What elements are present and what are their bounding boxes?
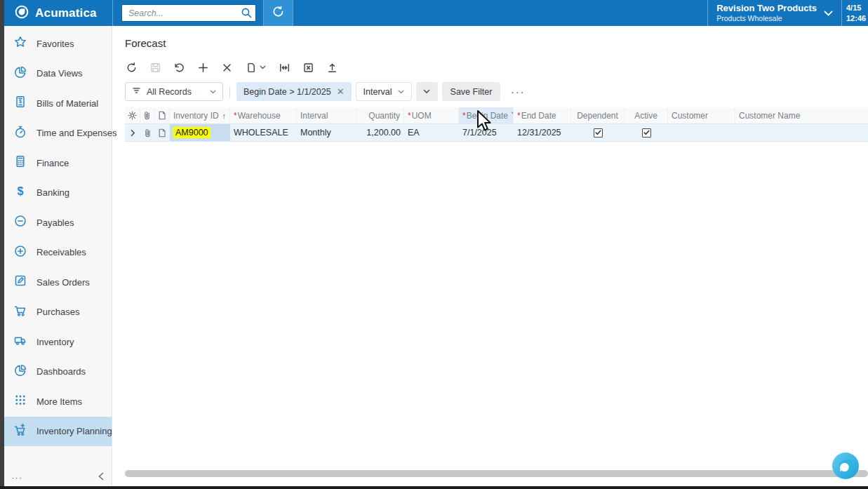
collapse-sidebar-icon[interactable] bbox=[98, 471, 105, 483]
column-header-end-date[interactable]: End Date bbox=[514, 107, 571, 123]
cell-interval[interactable]: Monthly bbox=[297, 124, 356, 141]
chat-bubble-icon[interactable] bbox=[832, 453, 859, 479]
cart-plus-icon bbox=[13, 423, 27, 440]
add-filter-dropdown-button[interactable] bbox=[416, 82, 438, 101]
horizontal-scrollbar[interactable] bbox=[125, 470, 868, 477]
filter-chip-interval[interactable]: Interval bbox=[356, 82, 412, 101]
sidebar-item-time-and-expenses[interactable]: Time and Expenses bbox=[4, 119, 112, 149]
import-from-excel-button[interactable] bbox=[324, 60, 340, 75]
export-to-excel-button[interactable] bbox=[300, 60, 316, 75]
column-header-warehouse[interactable]: Warehouse bbox=[230, 107, 297, 123]
sidebar-item-label: Banking bbox=[36, 187, 69, 198]
sidebar-item-banking[interactable]: $ Banking bbox=[4, 178, 112, 208]
pie-chart-icon bbox=[13, 65, 27, 82]
tenant-selector[interactable]: Revision Two Products Products Wholesale bbox=[708, 0, 841, 26]
copy-paste-button[interactable] bbox=[243, 60, 268, 75]
column-header-customer[interactable]: Customer bbox=[668, 107, 735, 123]
sidebar-item-inventory[interactable]: Inventory bbox=[4, 327, 112, 357]
sidebar-item-label: Finance bbox=[36, 158, 69, 168]
column-header-active[interactable]: Active bbox=[625, 107, 668, 123]
sidebar-item-bills-of-material[interactable]: $ Bills of Material bbox=[4, 88, 112, 119]
column-header-begin-date[interactable]: Begin Date bbox=[459, 107, 514, 123]
cell-uom[interactable]: EA bbox=[404, 124, 459, 141]
column-header-interval[interactable]: Interval bbox=[297, 107, 356, 123]
table-row[interactable]: AM9000 WHOLESALE Monthly 1,200.00 EA 7/1… bbox=[125, 124, 868, 142]
sort-asc-icon: ↑ bbox=[222, 112, 227, 120]
sidebar-item-inventory-planning[interactable]: Inventory Planning bbox=[4, 417, 112, 447]
column-header-uom[interactable]: UOM bbox=[404, 107, 459, 123]
sidebar-item-label: Dashboards bbox=[36, 366, 86, 377]
window-frame-bottom bbox=[0, 486, 868, 489]
column-header-inventory-id[interactable]: Inventory ID↑ bbox=[170, 107, 230, 123]
star-icon bbox=[13, 35, 27, 52]
sidebar: Favorites Data Views $ Bills of Material… bbox=[4, 26, 112, 486]
add-row-button[interactable] bbox=[195, 60, 211, 75]
forecast-grid: Inventory ID↑ Warehouse Interval Quantit… bbox=[125, 107, 868, 142]
view-selector-dropdown[interactable]: All Records bbox=[125, 82, 223, 101]
cell-begin-date[interactable]: 7/1/2025 bbox=[459, 124, 514, 141]
sidebar-item-dashboards[interactable]: Dashboards bbox=[4, 357, 112, 387]
expand-row-icon[interactable] bbox=[125, 124, 140, 141]
sidebar-item-label: Time and Expenses bbox=[36, 128, 116, 138]
stopwatch-icon bbox=[13, 125, 27, 142]
sidebar-item-label: Payables bbox=[36, 217, 74, 228]
grid-settings-button[interactable] bbox=[125, 107, 140, 123]
sidebar-more-dots[interactable]: ··· bbox=[11, 472, 22, 483]
delete-row-button[interactable] bbox=[219, 60, 234, 75]
cell-customer-name[interactable] bbox=[735, 124, 868, 141]
sidebar-item-purchases[interactable]: Purchases bbox=[4, 297, 112, 328]
sidebar-item-favorites[interactable]: Favorites bbox=[4, 29, 112, 59]
refresh-button[interactable] bbox=[123, 60, 139, 75]
attachment-column-icon bbox=[140, 107, 154, 123]
column-header-customer-name[interactable]: Customer Name bbox=[735, 107, 868, 123]
time-machine-button[interactable] bbox=[264, 0, 293, 26]
row-note-icon[interactable] bbox=[154, 124, 170, 141]
cart-icon bbox=[13, 304, 27, 321]
acumatica-logo-icon bbox=[14, 4, 29, 22]
column-header-quantity[interactable]: Quantity bbox=[356, 107, 404, 123]
active-checkbox[interactable] bbox=[642, 128, 651, 138]
cell-quantity[interactable]: 1,200.00 bbox=[356, 124, 404, 141]
sidebar-item-label: Inventory Planning bbox=[36, 426, 112, 436]
truck-icon bbox=[13, 333, 27, 350]
cell-end-date[interactable]: 12/31/2025 bbox=[514, 124, 571, 141]
sidebar-item-finance[interactable]: Finance bbox=[4, 148, 112, 178]
tenant-branch: Products Wholesale bbox=[716, 14, 817, 22]
cell-customer[interactable] bbox=[668, 124, 735, 141]
sidebar-item-label: Receivables bbox=[36, 247, 86, 257]
more-options-button[interactable]: ··· bbox=[511, 86, 525, 98]
plus-circle-icon bbox=[13, 244, 27, 261]
dependent-checkbox[interactable] bbox=[594, 128, 603, 138]
svg-text:$: $ bbox=[18, 185, 24, 197]
sidebar-item-label: Purchases bbox=[36, 307, 79, 317]
fit-to-screen-button[interactable] bbox=[276, 60, 292, 75]
filter-chip-begin-date[interactable]: Begin Date > 1/1/2025 ✕ bbox=[236, 82, 352, 101]
cell-inventory-id[interactable]: AM9000 bbox=[170, 124, 230, 141]
notes-column-icon bbox=[154, 107, 170, 123]
remove-filter-icon[interactable]: ✕ bbox=[337, 87, 345, 96]
sidebar-item-data-views[interactable]: Data Views bbox=[4, 59, 112, 89]
acumatica-brand[interactable]: Acumatica bbox=[4, 0, 112, 26]
undo-button[interactable] bbox=[171, 60, 187, 75]
search-highlight: AM9000 bbox=[173, 127, 211, 138]
filter-chip-label: Begin Date > 1/1/2025 bbox=[243, 87, 331, 97]
row-attachment-icon[interactable] bbox=[140, 124, 154, 141]
svg-text:$: $ bbox=[19, 99, 22, 105]
history-clock-icon bbox=[272, 5, 285, 21]
chevron-down-icon bbox=[824, 7, 833, 20]
save-filter-button[interactable]: Save Filter bbox=[442, 82, 501, 101]
date-text: 4/15 bbox=[846, 3, 868, 13]
sidebar-item-label: Data Views bbox=[36, 68, 83, 79]
sidebar-item-label: Sales Orders bbox=[36, 277, 90, 288]
column-header-dependent[interactable]: Dependent bbox=[571, 107, 625, 123]
save-button[interactable] bbox=[147, 60, 163, 75]
search-input[interactable] bbox=[121, 4, 256, 22]
sidebar-item-sales-orders[interactable]: Sales Orders bbox=[4, 267, 112, 297]
sidebar-item-payables[interactable]: Payables bbox=[4, 208, 112, 238]
pencil-square-icon bbox=[13, 274, 27, 290]
cell-warehouse[interactable]: WHOLESALE bbox=[230, 124, 297, 141]
search-icon[interactable] bbox=[241, 7, 253, 22]
sidebar-item-more-items[interactable]: More Items bbox=[4, 387, 112, 417]
grid-dots-icon bbox=[13, 393, 27, 410]
sidebar-item-receivables[interactable]: Receivables bbox=[4, 238, 112, 268]
